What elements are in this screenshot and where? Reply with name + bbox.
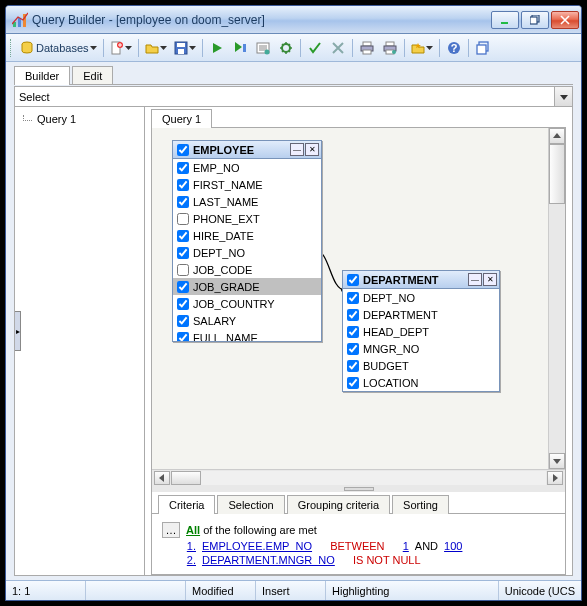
open-button[interactable] xyxy=(142,37,170,59)
tree-item-query1[interactable]: Query 1 xyxy=(19,111,140,127)
field-row[interactable]: FULL_NAME xyxy=(173,329,321,341)
field-row[interactable]: HIRE_DATE xyxy=(173,227,321,244)
help-button[interactable]: ? xyxy=(443,37,465,59)
print2-button[interactable] xyxy=(379,37,401,59)
tab-builder[interactable]: Builder xyxy=(14,66,70,85)
inner-tab-query1[interactable]: Query 1 xyxy=(151,109,212,128)
restore-child-button[interactable] xyxy=(472,37,494,59)
criteria-field-link[interactable]: DEPARTMENT.MNGR_NO xyxy=(202,554,335,566)
minimize-button[interactable] xyxy=(491,11,519,29)
field-row[interactable]: LOCATION xyxy=(343,374,499,391)
field-row[interactable]: JOB_CODE xyxy=(173,261,321,278)
field-checkbox[interactable] xyxy=(347,309,359,321)
toolbar-grip[interactable] xyxy=(10,39,14,57)
field-checkbox[interactable] xyxy=(177,315,189,327)
run2-button[interactable] xyxy=(229,37,251,59)
tab-edit[interactable]: Edit xyxy=(72,66,113,85)
field-row[interactable]: DEPARTMENT xyxy=(343,306,499,323)
field-row[interactable]: FIRST_NAME xyxy=(173,176,321,193)
field-checkbox[interactable] xyxy=(347,292,359,304)
field-row[interactable]: BUDGET xyxy=(343,357,499,374)
field-row[interactable]: JOB_GRADE xyxy=(173,278,321,295)
gear-icon[interactable] xyxy=(275,37,297,59)
table-min-icon[interactable]: — xyxy=(468,273,482,286)
criteria-operator[interactable]: BETWEEN xyxy=(330,540,384,552)
diagram-canvas[interactable]: EMPLOYEE — ✕ EMP_NOFIRST_NAMELAST_NAMEPH… xyxy=(152,128,565,469)
field-checkbox[interactable] xyxy=(177,247,189,259)
horizontal-scrollbar[interactable] xyxy=(152,469,565,486)
field-row[interactable]: MNGR_NO xyxy=(343,340,499,357)
field-checkbox[interactable] xyxy=(177,162,189,174)
cancel-icon[interactable] xyxy=(327,37,349,59)
field-row[interactable]: EMP_NO xyxy=(173,159,321,176)
field-checkbox[interactable] xyxy=(177,281,189,293)
select-dropdown-button[interactable] xyxy=(554,87,572,106)
new-button[interactable] xyxy=(107,37,135,59)
table-checkall[interactable] xyxy=(177,144,189,156)
print-button[interactable] xyxy=(356,37,378,59)
criteria-all-link[interactable]: All xyxy=(186,524,200,536)
tab-grouping[interactable]: Grouping criteria xyxy=(287,495,390,514)
plan-button[interactable] xyxy=(252,37,274,59)
field-checkbox[interactable] xyxy=(177,196,189,208)
close-button[interactable] xyxy=(551,11,579,29)
scroll-left-icon[interactable] xyxy=(154,471,170,485)
field-row[interactable]: SALARY xyxy=(173,312,321,329)
field-checkbox[interactable] xyxy=(347,326,359,338)
criteria-index[interactable]: 2. xyxy=(182,554,196,566)
scroll-thumb[interactable] xyxy=(171,471,201,485)
table-department[interactable]: DEPARTMENT — ✕ DEPT_NODEPARTMENTHEAD_DEP… xyxy=(342,270,500,392)
check-icon[interactable] xyxy=(304,37,326,59)
tab-criteria[interactable]: Criteria xyxy=(158,495,215,514)
field-row[interactable]: HEAD_DEPT xyxy=(343,323,499,340)
scroll-thumb[interactable] xyxy=(549,144,565,204)
field-checkbox[interactable] xyxy=(177,213,189,225)
field-checkbox[interactable] xyxy=(177,264,189,276)
app-icon xyxy=(12,12,28,28)
field-checkbox[interactable] xyxy=(347,377,359,389)
table-min-icon[interactable]: — xyxy=(290,143,304,156)
scroll-right-icon[interactable] xyxy=(547,471,563,485)
criteria-operator[interactable]: IS NOT NULL xyxy=(353,554,421,566)
criteria-index[interactable]: 1. xyxy=(182,540,196,552)
save-button[interactable] xyxy=(171,37,199,59)
restore-button[interactable] xyxy=(521,11,549,29)
field-row[interactable]: PHONE_EXT xyxy=(173,210,321,227)
vertical-scrollbar[interactable] xyxy=(548,128,565,469)
field-row[interactable]: DEPT_NO xyxy=(343,289,499,306)
status-modified: Modified xyxy=(186,581,256,600)
table-close-icon[interactable]: ✕ xyxy=(305,143,319,156)
favorites-button[interactable] xyxy=(408,37,436,59)
scroll-down-icon[interactable] xyxy=(549,453,565,469)
svg-rect-3 xyxy=(501,22,508,24)
field-row[interactable]: LAST_NAME xyxy=(173,193,321,210)
scroll-up-icon[interactable] xyxy=(549,128,565,144)
side-expander[interactable]: ▸ xyxy=(15,311,21,351)
field-checkbox[interactable] xyxy=(177,230,189,242)
tab-sorting[interactable]: Sorting xyxy=(392,495,449,514)
field-checkbox[interactable] xyxy=(177,179,189,191)
databases-button[interactable]: Databases xyxy=(17,37,100,59)
field-label: HEAD_DEPT xyxy=(363,326,429,338)
table-close-icon[interactable]: ✕ xyxy=(483,273,497,286)
field-label: HIRE_DATE xyxy=(193,230,254,242)
field-checkbox[interactable] xyxy=(347,360,359,372)
table-employee[interactable]: EMPLOYEE — ✕ EMP_NOFIRST_NAMELAST_NAMEPH… xyxy=(172,140,322,342)
criteria-field-link[interactable]: EMPLOYEE.EMP_NO xyxy=(202,540,312,552)
toolbar: Databases ? xyxy=(6,34,581,62)
criteria-value[interactable]: 100 xyxy=(444,540,462,552)
tab-selection[interactable]: Selection xyxy=(217,495,284,514)
table-header[interactable]: EMPLOYEE — ✕ xyxy=(173,141,321,159)
field-checkbox[interactable] xyxy=(177,298,189,310)
field-checkbox[interactable] xyxy=(177,332,189,342)
criteria-value[interactable]: 1 xyxy=(403,540,409,552)
field-row[interactable]: DEPT_NO xyxy=(173,244,321,261)
criteria-add-button[interactable]: … xyxy=(162,522,180,538)
field-checkbox[interactable] xyxy=(347,343,359,355)
table-header[interactable]: DEPARTMENT — ✕ xyxy=(343,271,499,289)
run-button[interactable] xyxy=(206,37,228,59)
table-checkall[interactable] xyxy=(347,274,359,286)
field-row[interactable]: JOB_COUNTRY xyxy=(173,295,321,312)
select-bar[interactable]: Select xyxy=(15,87,572,107)
svg-rect-16 xyxy=(363,42,371,46)
